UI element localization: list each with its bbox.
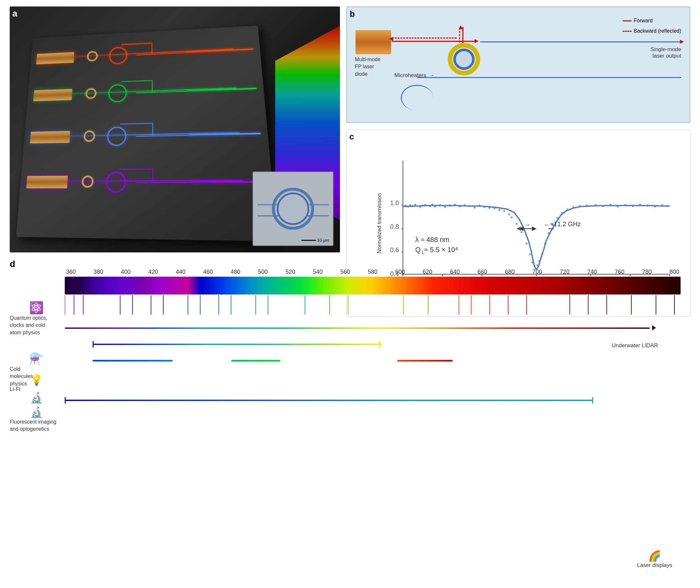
svg-text:1.0: 1.0 [390,199,399,206]
fp-laser-block [356,30,391,54]
panel-b-label: b [350,9,355,19]
svg-point-63 [556,217,558,219]
svg-point-31 [424,204,426,206]
panel-a: a [10,6,340,252]
laser-displays-icon: 🌈 Laser displays [622,550,687,569]
svg-point-43 [479,205,481,206]
svg-point-32 [429,205,431,207]
fluorescent-row [65,355,681,366]
svg-point-49 [508,214,510,216]
panel-d-label: d [10,259,15,269]
svg-point-35 [439,204,441,206]
svg-text:0.6: 0.6 [390,246,399,253]
svg-point-24 [405,205,406,206]
li-fi-icon: 💡 Li-Fi [10,374,63,393]
main-container: a [0,0,700,588]
panel-a-label: a [12,8,17,19]
top-row: a [10,6,690,252]
spectrum-section: 360 380 400 420 440 460 480 500 520 540 … [65,269,681,371]
svg-text:≈ 5.5 × 10⁴: ≈ 5.5 × 10⁴ [424,246,458,254]
svg-point-45 [488,207,490,209]
legend-forward: Forward [634,16,653,26]
scale-label: 10 μm [317,238,329,243]
svg-point-30 [422,205,424,206]
underwater-lidar-label: Underwater LIDAR [612,342,658,349]
output-waveguide [480,41,681,42]
svg-point-25 [407,205,409,207]
svg-point-28 [415,204,417,205]
svg-text:≈11.2 GHz: ≈11.2 GHz [550,220,581,227]
svg-point-64 [561,212,563,214]
panel-d: d 360 380 400 420 440 460 480 500 520 54… [10,259,690,582]
coupling-arrow-up [459,28,460,42]
ring-b [448,43,480,75]
quantum-optics-icon: ⚛️ Quantum optics,clocks and coldatom ph… [10,301,63,336]
svg-point-77 [654,205,656,207]
svg-text:λ ≈ 488 nm: λ ≈ 488 nm [416,236,450,244]
svg-point-68 [586,205,588,206]
legend-b: Forward Backward (reflected) [623,16,681,36]
svg-point-48 [503,210,505,212]
svg-point-41 [469,205,471,207]
svg-text:←: ← [544,221,550,228]
svg-point-53 [526,243,528,245]
svg-text:Q: Q [416,246,421,254]
svg-point-78 [661,204,663,206]
svg-point-79 [666,205,668,207]
svg-point-29 [419,206,421,208]
fluorescent-icon: 🔬 Fluorescent imagingand optogenetics [10,406,63,433]
svg-point-47 [498,209,500,211]
legend-backward: Backward (reflected) [634,26,681,36]
svg-point-44 [483,206,485,208]
svg-point-69 [595,204,597,206]
svg-point-60 [544,243,546,245]
y-axis-label: Normalized transmission [376,193,383,253]
svg-point-52 [521,231,523,233]
panel-c-label: c [349,132,354,142]
cold-molecules-row [65,322,681,334]
svg-point-46 [494,207,495,209]
panel-b: b Multi-mode FP laser diode Forward [346,6,690,123]
backward-arrow [392,38,457,39]
svg-point-75 [639,204,641,205]
svg-point-76 [647,205,649,206]
svg-point-27 [412,205,414,207]
wavelength-ruler: 360 380 400 420 440 460 480 500 520 540 … [65,269,681,275]
svg-point-37 [449,205,451,206]
curved-output [417,77,681,78]
quantum-spectral-lines [65,295,681,321]
svg-text:→: → [524,221,530,228]
svg-point-72 [617,205,619,207]
svg-point-71 [609,204,611,205]
li-fi-row [65,338,681,350]
fp-laser-label: Multi-mode FP laser diode [355,56,381,78]
svg-point-40 [464,204,466,206]
rainbow-bar [65,277,681,294]
svg-point-73 [624,204,626,206]
single-mode-label: Single-mode laser output [650,46,681,59]
microscope-icon: 🔬 [10,392,63,404]
svg-point-38 [454,204,456,205]
ring-resonator-image [267,183,319,235]
svg-point-70 [602,205,604,207]
svg-point-74 [632,205,634,207]
svg-point-54 [529,253,531,255]
spiral-waveguide [401,85,433,111]
svg-point-65 [567,208,569,210]
svg-point-26 [409,204,411,206]
svg-point-67 [579,205,581,207]
svg-point-39 [459,205,461,207]
coupling-arrow-down [462,27,463,45]
svg-point-34 [434,205,436,207]
right-panels: b Multi-mode FP laser diode Forward [346,6,690,252]
svg-point-66 [572,206,574,208]
forward-arrow [392,41,476,42]
svg-point-59 [541,252,543,254]
svg-point-51 [516,223,517,225]
svg-point-33 [432,204,434,205]
svg-text:0.8: 0.8 [390,223,399,230]
svg-point-61 [548,232,550,234]
svg-point-36 [444,206,446,208]
inset-image: 10 μm [252,172,333,246]
underwater-lidar-bar [65,400,593,401]
